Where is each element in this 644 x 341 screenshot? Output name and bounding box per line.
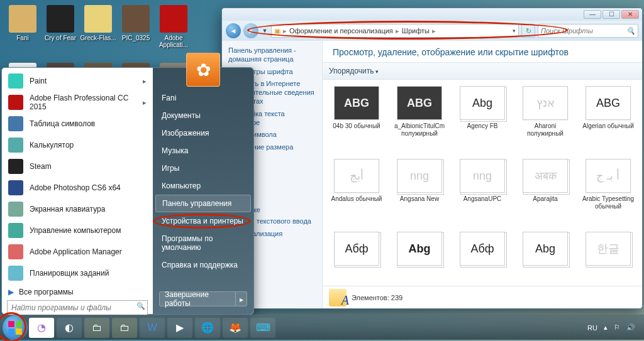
font-name-label: AngsanaUPC bbox=[464, 195, 502, 203]
font-name-label: Agency FB bbox=[467, 122, 498, 130]
font-preview: Abg bbox=[523, 232, 568, 266]
font-preview: ABG bbox=[334, 86, 379, 120]
font-item[interactable]: Abg bbox=[515, 232, 575, 286]
start-app-item[interactable]: Планировщик заданий bbox=[2, 263, 153, 284]
start-right-link[interactable]: Справка и поддержка bbox=[153, 256, 253, 274]
annotation-oval-breadcrumb bbox=[247, 21, 568, 40]
task-item[interactable]: W bbox=[140, 318, 165, 338]
start-app-label: Управление компьютером bbox=[30, 226, 121, 235]
shutdown-button[interactable]: Завершение работы ▸ bbox=[159, 291, 247, 306]
start-right-link[interactable]: Fani bbox=[153, 89, 253, 107]
taskbar: ◔ ◐ 🗀 🗀 W ▶ 🌐 🦊 ⌨ RU ▴ ⚐ 🔊 bbox=[0, 315, 644, 340]
desktop-icon[interactable]: Adobe Applicati... bbox=[155, 5, 192, 48]
font-name-label: Aharoni полужирный bbox=[517, 122, 574, 138]
search-icon: 🔍 bbox=[136, 302, 145, 310]
desktop-icon[interactable]: PIC_0325 bbox=[117, 5, 155, 41]
all-programs[interactable]: ▶ Все программы bbox=[2, 288, 153, 296]
font-preview: nng bbox=[460, 159, 505, 193]
user-avatar[interactable]: ✿ bbox=[186, 53, 220, 87]
font-item[interactable]: ABG Algerian обычный bbox=[578, 86, 638, 155]
font-name-label: Algerian обычный bbox=[582, 122, 633, 130]
font-item[interactable]: nng AngsanaUPC bbox=[452, 159, 513, 228]
font-preview: nng bbox=[397, 159, 442, 193]
start-right-link[interactable]: Компьютер bbox=[153, 177, 253, 195]
desktop-icon[interactable]: Cry of Fear bbox=[42, 5, 79, 41]
font-preview: אנץ bbox=[523, 86, 568, 120]
nav-back-button[interactable]: ◄ bbox=[226, 23, 241, 38]
start-right-link[interactable]: Панель управления bbox=[155, 195, 251, 212]
start-app-item[interactable]: Adobe Application Manager bbox=[2, 241, 153, 263]
page-title: Просмотр, удаление, отображение или скры… bbox=[323, 41, 642, 62]
start-right-link[interactable]: Игры bbox=[153, 160, 253, 177]
desktop-icon[interactable]: Greck-Flas... bbox=[79, 5, 117, 41]
task-item[interactable]: 🗀 bbox=[84, 318, 109, 338]
start-app-label: Steam bbox=[30, 162, 52, 171]
start-app-item[interactable]: Управление компьютером bbox=[2, 220, 153, 241]
font-item[interactable]: Abg bbox=[389, 232, 450, 286]
minimize-button[interactable]: — bbox=[584, 10, 601, 19]
font-item[interactable]: ABG 04b 30 обычный bbox=[326, 86, 387, 155]
start-app-item[interactable]: Таблица символов bbox=[2, 113, 153, 134]
font-preview: 한글 bbox=[586, 232, 631, 266]
task-item[interactable]: 🦊 bbox=[223, 318, 248, 338]
start-right-link[interactable]: Музыка bbox=[153, 142, 253, 160]
toolbar-sort[interactable]: Упорядочить bbox=[329, 67, 379, 75]
font-grid: ABG 04b 30 обычныйABG a_AlbionicTitulCm … bbox=[323, 80, 642, 286]
start-right-link[interactable]: Документы bbox=[153, 107, 253, 124]
font-item[interactable]: 한글 bbox=[578, 232, 638, 286]
task-item[interactable]: 🗀 bbox=[112, 318, 137, 338]
annotation-circle-start bbox=[0, 312, 26, 341]
start-app-item[interactable]: Adobe Photoshop CS6 x64 bbox=[2, 177, 153, 198]
task-item[interactable]: ⌨ bbox=[250, 318, 275, 338]
font-item[interactable]: אנץ Aharoni полужирный bbox=[515, 86, 575, 155]
start-app-label: Экранная клавиатура bbox=[30, 205, 105, 214]
sidebar-cp-home[interactable]: Панель управления - домашняя страница bbox=[228, 46, 316, 64]
font-preview: أبج bbox=[334, 159, 379, 193]
font-preview: अबक bbox=[523, 159, 568, 193]
font-name-label: a_AlbionicTitulCm полужирный bbox=[391, 122, 448, 138]
font-item[interactable]: ABG a_AlbionicTitulCm полужирный bbox=[389, 86, 450, 155]
font-item[interactable]: Абф bbox=[452, 232, 513, 286]
shutdown-menu-arrow[interactable]: ▸ bbox=[235, 292, 247, 306]
tray-lang[interactable]: RU bbox=[587, 324, 597, 332]
start-app-item[interactable]: Steam bbox=[2, 156, 153, 177]
start-app-item[interactable]: Экранная клавиатура bbox=[2, 198, 153, 220]
start-app-label: Adobe Application Manager bbox=[30, 247, 122, 256]
font-item[interactable]: अबक Aparajita bbox=[515, 159, 575, 228]
start-app-label: Планировщик заданий bbox=[30, 269, 109, 278]
start-search[interactable]: 🔍 bbox=[7, 300, 148, 315]
start-app-item[interactable]: Paint ▸ bbox=[2, 70, 153, 92]
task-item[interactable]: ◐ bbox=[57, 318, 82, 338]
start-app-label: Таблица символов bbox=[30, 119, 95, 128]
font-preview: Абф bbox=[334, 232, 379, 266]
font-item[interactable]: nng Angsana New bbox=[389, 159, 450, 228]
all-programs-label: Все программы bbox=[19, 288, 74, 296]
font-preview: Абф bbox=[460, 232, 505, 266]
tray-sound-icon[interactable]: 🔊 bbox=[626, 323, 635, 332]
start-right-link[interactable]: Программы по умолчанию bbox=[153, 230, 253, 256]
font-preview: ABG bbox=[397, 86, 442, 120]
tray-flag-icon[interactable]: ⚐ bbox=[614, 323, 620, 332]
search-icon: 🔍 bbox=[626, 27, 635, 35]
status-bar: Элементов: 239 bbox=[323, 286, 642, 308]
start-app-item[interactable]: Adobe Flash Professional CC 2015 ▸ bbox=[2, 92, 153, 113]
start-app-label: Adobe Flash Professional CC 2015 bbox=[30, 94, 143, 111]
start-search-input[interactable] bbox=[7, 300, 148, 315]
start-app-item[interactable]: Калькулятор bbox=[2, 134, 153, 156]
font-name-label: Angsana New bbox=[400, 195, 439, 203]
close-button[interactable]: ✕ bbox=[621, 10, 639, 19]
task-item[interactable]: ▶ bbox=[167, 318, 192, 338]
font-preview: Abg bbox=[460, 86, 505, 120]
font-item[interactable]: أبج Andalus обычный bbox=[326, 159, 387, 228]
task-item[interactable]: ◔ bbox=[29, 318, 54, 338]
font-item[interactable]: Abg Agency FB bbox=[452, 86, 513, 155]
maximize-button[interactable]: ☐ bbox=[602, 10, 620, 19]
task-item[interactable]: 🌐 bbox=[195, 318, 220, 338]
shutdown-label: Завершение работы bbox=[160, 290, 235, 308]
desktop-icon[interactable]: Fani bbox=[4, 5, 42, 41]
tray-up-icon[interactable]: ▴ bbox=[604, 323, 608, 332]
font-item[interactable]: أ بـ ج Arabic Typesetting обычный bbox=[578, 159, 638, 228]
start-right-link[interactable]: Изображения bbox=[153, 124, 253, 142]
explorer-window: — ☐ ✕ ◄ ► ▼ ▣ ▸ Оформление и персонализа… bbox=[221, 8, 643, 309]
font-item[interactable]: Абф bbox=[326, 232, 387, 286]
